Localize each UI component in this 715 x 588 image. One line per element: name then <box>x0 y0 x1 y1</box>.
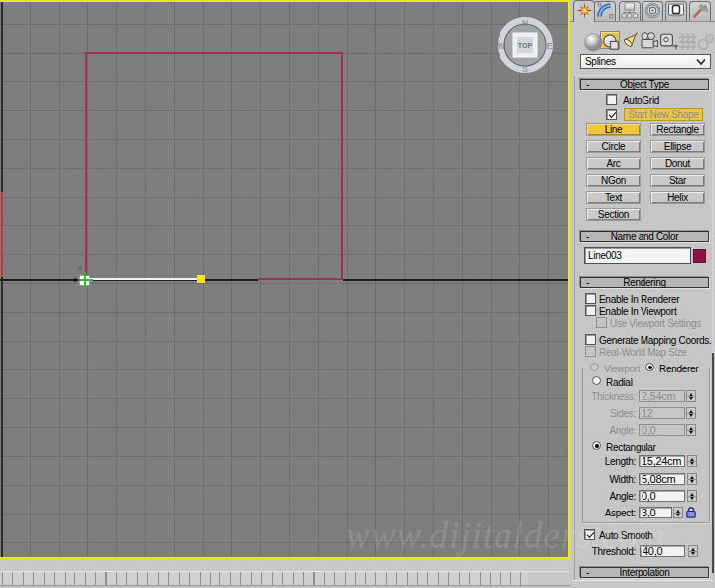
svg-text:W: W <box>498 41 506 51</box>
svg-text:TOP: TOP <box>518 42 533 49</box>
svg-text:E: E <box>546 41 552 51</box>
svg-text:N: N <box>522 18 529 28</box>
svg-text:S: S <box>522 64 528 74</box>
